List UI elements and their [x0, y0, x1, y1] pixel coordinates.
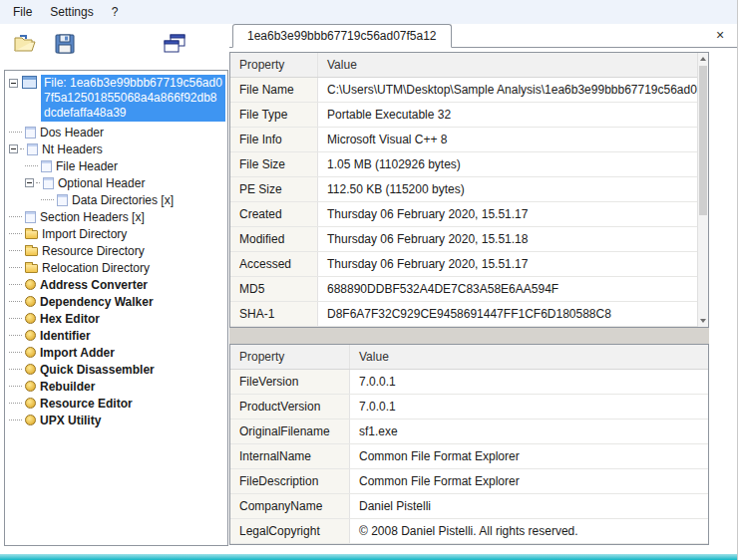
- scroll-up-icon[interactable]: [698, 53, 708, 65]
- table-row[interactable]: File Size1.05 MB (1102926 bytes): [230, 152, 697, 177]
- scrollbar-thumb[interactable]: [699, 66, 707, 215]
- table-row[interactable]: ProductVersion7.0.0.1: [230, 395, 708, 420]
- save-file-button[interactable]: [48, 28, 82, 60]
- table-row[interactable]: InternalNameCommon File Format Explorer: [230, 444, 708, 469]
- window-bottom-edge: [0, 554, 737, 560]
- tab-file[interactable]: 1ea6b3e99bbb67719c56ad07f5a12: [232, 24, 452, 48]
- tree-item-label: Dependency Walker: [40, 295, 154, 309]
- value-cell: 7.0.0.1: [350, 370, 708, 394]
- table-row[interactable]: CompanyNameDaniel Pistelli: [230, 494, 708, 519]
- tree-item-import-directory[interactable]: Import Directory: [5, 225, 227, 242]
- tree-item-dos-header[interactable]: Dos Header: [5, 124, 227, 140]
- tree-item-label: Address Converter: [40, 278, 148, 292]
- menu-settings[interactable]: Settings: [41, 2, 102, 22]
- table-row[interactable]: File InfoMicrosoft Visual C++ 8: [230, 128, 697, 152]
- table-row[interactable]: FileDescriptionCommon File Format Explor…: [230, 469, 708, 494]
- property-cell: File Type: [230, 103, 318, 127]
- property-cell: ProductVersion: [230, 395, 350, 419]
- open-file-button[interactable]: [8, 28, 42, 60]
- table-header-row: Property Value: [230, 53, 697, 78]
- header-icon: [27, 143, 38, 155]
- table-header-row: Property Value: [230, 345, 708, 370]
- scroll-down-icon[interactable]: [698, 315, 708, 327]
- property-cell: PE Size: [230, 177, 318, 201]
- tree-item-relocation-directory[interactable]: Relocation Directory: [5, 259, 227, 276]
- property-cell: FileVersion: [230, 370, 350, 394]
- property-cell: Accessed: [230, 252, 318, 276]
- file-info-table: Property Value File NameC:\Users\UTM\Des…: [229, 52, 709, 328]
- tree-item-file-header[interactable]: File Header: [5, 157, 227, 174]
- table-row[interactable]: CreatedThursday 06 February 2020, 15.51.…: [230, 202, 697, 227]
- property-cell: MD5: [230, 277, 318, 301]
- header-icon: [43, 177, 54, 189]
- open-file-icon: [13, 34, 37, 54]
- tree-expander-icon[interactable]: [9, 144, 18, 153]
- menu-help[interactable]: ?: [103, 2, 128, 22]
- menu-file[interactable]: File: [4, 2, 41, 22]
- value-cell: 688890DDBF532A4DE7C83A58E6AA594F: [318, 277, 697, 301]
- table-row[interactable]: ModifiedThursday 06 February 2020, 15.51…: [230, 227, 697, 252]
- table-row[interactable]: MD5688890DDBF532A4DE7C83A58E6AA594F: [230, 277, 697, 302]
- value-cell: 112.50 KB (115200 bytes): [318, 177, 697, 201]
- folder-icon: [25, 264, 38, 273]
- property-cell: OriginalFilename: [230, 420, 350, 443]
- value-cell: Thursday 06 February 2020, 15.51.17: [318, 202, 697, 226]
- tree-item-identifier[interactable]: Identifier: [5, 327, 227, 344]
- property-cell: SHA-1: [230, 302, 318, 326]
- header-icon: [57, 194, 68, 206]
- header-icon: [41, 160, 52, 172]
- value-column-header: Value: [350, 345, 708, 369]
- property-column-header: Property: [230, 53, 318, 77]
- tree-item-label: Data Directories [x]: [72, 193, 174, 207]
- horizontal-splitter[interactable]: [229, 328, 709, 344]
- property-cell: CompanyName: [230, 494, 350, 518]
- tool-gear-icon: [25, 364, 36, 375]
- tree-item-file-root[interactable]: File: 1ea6b3e99bbb67719c56ad07f5a1250185…: [5, 73, 227, 124]
- table-row[interactable]: AccessedThursday 06 February 2020, 15.51…: [230, 252, 697, 277]
- table-row[interactable]: SHA-1D8F6A7F32C929CE9458691447FF1CF6D180…: [230, 302, 697, 327]
- tree-item-section-headers-x[interactable]: Section Headers [x]: [5, 208, 227, 225]
- tree-item-nt-headers[interactable]: Nt Headers: [5, 140, 227, 157]
- value-cell: Thursday 06 February 2020, 15.51.18: [318, 227, 697, 251]
- tree-item-resource-directory[interactable]: Resource Directory: [5, 242, 227, 259]
- tree-item-address-converter[interactable]: Address Converter: [5, 276, 227, 293]
- mdi-windows-button[interactable]: [158, 28, 191, 60]
- tree-item-resource-editor[interactable]: Resource Editor: [5, 395, 227, 412]
- tree-expander-icon[interactable]: [9, 79, 18, 88]
- tree-item-label: File: 1ea6b3e99bbb67719c56ad07f5a1250185…: [41, 75, 225, 122]
- value-cell: Microsoft Visual C++ 8: [318, 128, 697, 151]
- tree-item-rebuilder[interactable]: Rebuilder: [5, 378, 227, 395]
- value-cell: Common File Format Explorer: [350, 444, 708, 468]
- tree-item-optional-header[interactable]: Optional Header: [5, 174, 227, 191]
- table-row[interactable]: File TypePortable Executable 32: [230, 103, 697, 128]
- tree-panel: File: 1ea6b3e99bbb67719c56ad07f5a1250185…: [4, 70, 228, 546]
- header-icon: [25, 127, 36, 139]
- table-row[interactable]: File NameC:\Users\UTM\Desktop\Sample Ana…: [230, 78, 697, 103]
- tree-item-label: Quick Disassembler: [40, 363, 155, 377]
- tab-bar: 1ea6b3e99bbb67719c56ad07f5a12 ×: [229, 24, 737, 48]
- tree-item-quick-disassembler[interactable]: Quick Disassembler: [5, 361, 227, 378]
- tree-item-label: Resource Editor: [40, 397, 133, 411]
- table-row[interactable]: FileVersion7.0.0.1: [230, 370, 708, 395]
- tree-item-upx-utility[interactable]: UPX Utility: [5, 412, 227, 428]
- tree-item-label: Import Directory: [42, 227, 127, 241]
- version-info-table: Property Value FileVersion7.0.0.1Product…: [229, 344, 709, 545]
- menu-bar: File Settings ?: [0, 0, 738, 24]
- save-icon: [54, 33, 76, 55]
- table-row[interactable]: LegalCopyright© 2008 Daniel Pistelli. Al…: [230, 519, 708, 544]
- folder-icon: [25, 230, 38, 239]
- tab-close-icon[interactable]: ×: [712, 27, 728, 43]
- table-row[interactable]: OriginalFilenamesf1.exe: [230, 420, 708, 444]
- tree-expander-icon[interactable]: [25, 178, 34, 187]
- tree-item-dependency-walker[interactable]: Dependency Walker: [5, 293, 227, 310]
- tree-item-label: Section Headers [x]: [40, 210, 145, 224]
- table-row[interactable]: PE Size112.50 KB (115200 bytes): [230, 177, 697, 202]
- tree-item-import-adder[interactable]: Import Adder: [5, 344, 227, 361]
- vertical-scrollbar[interactable]: [697, 53, 708, 327]
- tree-item-hex-editor[interactable]: Hex Editor: [5, 310, 227, 327]
- tool-gear-icon: [25, 347, 36, 358]
- tree-item-data-directories-x[interactable]: Data Directories [x]: [5, 191, 227, 208]
- value-cell: Portable Executable 32: [318, 103, 697, 127]
- property-column-header: Property: [230, 345, 350, 369]
- tree-item-label: Hex Editor: [40, 312, 100, 326]
